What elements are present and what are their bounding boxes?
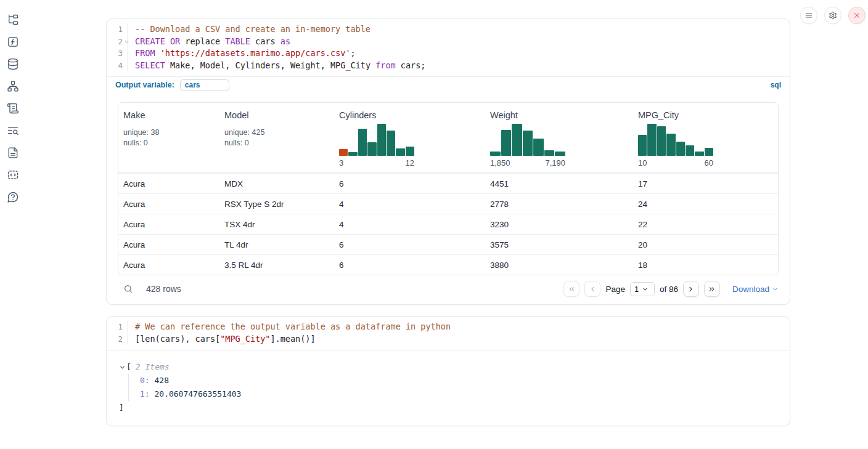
histogram-bar[interactable]	[555, 152, 565, 156]
sql-comment: -- Download a CSV and create an in-memor…	[135, 23, 371, 36]
hist-max-label: 7,190	[545, 158, 565, 168]
line-number: 1	[107, 23, 128, 36]
chevron-down-icon	[772, 286, 779, 293]
help-icon[interactable]	[7, 191, 19, 203]
database-icon[interactable]	[7, 58, 19, 70]
tree-entry: 0: 428	[140, 374, 779, 387]
chevron-down-icon	[642, 286, 649, 293]
code-line: 2[len(cars), cars["MPG_City"].mean()]	[107, 333, 790, 346]
column-stats: unique: 38 nulls: 0	[123, 127, 215, 148]
python-comment: # We can reference the output variable a…	[135, 321, 451, 333]
hist-min-label: 10	[638, 158, 647, 168]
histogram-bar[interactable]	[676, 142, 685, 156]
histogram-bar[interactable]	[512, 124, 522, 156]
topbar	[800, 7, 866, 24]
table-row[interactable]: Acura 3.5 RL 4dr 6 3880 18	[118, 254, 778, 275]
histogram-bar[interactable]	[501, 130, 512, 156]
histogram-bar[interactable]	[377, 124, 386, 156]
python-output-tree: [ 2 Items 0: 428 1: 20.060747663551403 ]	[107, 350, 790, 426]
hist-min-label: 3	[339, 158, 343, 168]
dependency-graph-icon[interactable]	[7, 80, 19, 92]
code-line: 1-- Download a CSV and create an in-memo…	[107, 23, 790, 36]
histogram-bar[interactable]	[647, 124, 656, 156]
language-badge[interactable]: sql	[771, 81, 781, 89]
menu-icon[interactable]	[800, 7, 817, 24]
histogram-bar[interactable]	[666, 134, 675, 156]
column-header-model[interactable]: Model unique: 425 nulls: 0	[219, 110, 334, 168]
tree-body: 0: 428 1: 20.060747663551403	[128, 374, 779, 401]
column-stats: unique: 425 nulls: 0	[224, 127, 329, 148]
sql-code-editor[interactable]: 1-- Download a CSV and create an in-memo…	[107, 19, 790, 76]
search-icon[interactable]	[123, 284, 133, 294]
previous-page-button[interactable]	[584, 281, 600, 297]
table-row[interactable]: Acura TSX 4dr 4 3230 22	[118, 214, 778, 234]
fold-chevron-icon[interactable]	[124, 39, 129, 45]
hist-max-label: 60	[705, 158, 713, 168]
table-header: Make unique: 38 nulls: 0 Model unique: 4…	[118, 103, 778, 173]
column-header-cylinders[interactable]: Cylinders 3 12	[334, 110, 485, 168]
sql-output: Make unique: 38 nulls: 0 Model unique: 4…	[107, 93, 790, 304]
close-icon[interactable]	[848, 7, 866, 24]
output-variable-input[interactable]	[180, 79, 229, 91]
column-header-weight[interactable]: Weight 1,850 7,190	[485, 110, 633, 168]
code-line: 3FROM 'https://datasets.marimo.app/cars.…	[107, 47, 790, 60]
python-code-editor[interactable]: 1# We can reference the output variable …	[107, 317, 790, 350]
histogram-bar[interactable]	[339, 149, 348, 156]
histogram-weight: 1,850 7,190	[490, 122, 565, 168]
data-table: Make unique: 38 nulls: 0 Model unique: 4…	[118, 102, 779, 275]
histogram-bar[interactable]	[490, 152, 501, 156]
gear-icon[interactable]	[824, 7, 841, 24]
histogram-bar[interactable]	[367, 142, 376, 156]
line-number: 4	[107, 60, 128, 72]
scroll-icon[interactable]	[7, 102, 19, 115]
sql-cell: 1-- Download a CSV and create an in-memo…	[106, 18, 790, 305]
histogram-bar[interactable]	[533, 139, 544, 156]
table-footer: 428 rows Page 1 of 86	[118, 281, 779, 297]
histogram-bar[interactable]	[523, 131, 533, 156]
row-count: 428 rows	[146, 284, 181, 294]
histogram-bar[interactable]	[705, 148, 713, 156]
histogram-bar[interactable]	[657, 126, 666, 156]
page-label: Page	[605, 285, 625, 294]
logs-search-icon[interactable]	[7, 124, 19, 137]
first-page-button[interactable]	[563, 281, 579, 297]
next-page-button[interactable]	[683, 281, 699, 297]
histogram-bar[interactable]	[638, 135, 647, 156]
output-variable-row: Output variable: sql	[107, 76, 790, 93]
histogram-bar[interactable]	[406, 147, 414, 156]
line-number: 1	[107, 321, 128, 333]
histogram-bar[interactable]	[396, 148, 404, 156]
column-header-make[interactable]: Make unique: 38 nulls: 0	[118, 110, 219, 168]
hist-min-label: 1,850	[490, 158, 510, 168]
output-variable-label: Output variable:	[115, 81, 174, 89]
hist-max-label: 12	[406, 158, 414, 168]
code-line: 4SELECT Make, Model, Cylinders, Weight, …	[107, 60, 790, 72]
histogram-bar[interactable]	[358, 129, 367, 156]
last-page-button[interactable]	[704, 281, 720, 297]
tree-entry: 1: 20.060747663551403	[140, 387, 779, 401]
histogram-bar[interactable]	[348, 152, 357, 156]
histogram-bar[interactable]	[544, 150, 555, 156]
python-cell: 1# We can reference the output variable …	[106, 316, 790, 426]
sidebar	[0, 0, 26, 203]
snippets-icon[interactable]	[7, 169, 19, 181]
histogram-bar[interactable]	[695, 152, 703, 156]
download-button[interactable]: Download	[732, 285, 779, 294]
table-row[interactable]: Acura RSX Type S 2dr 4 2778 24	[118, 193, 778, 214]
file-tree-icon[interactable]	[7, 14, 19, 26]
column-header-mpg-city[interactable]: MPG_City 10 60	[633, 110, 778, 168]
line-number: 2	[107, 36, 128, 48]
table-row[interactable]: Acura MDX 6 4451 17	[118, 173, 778, 193]
closing-bracket: ]	[119, 401, 779, 415]
page-select[interactable]: 1	[630, 282, 655, 296]
histogram-bar[interactable]	[686, 145, 694, 156]
table-row[interactable]: Acura TL 4dr 6 3575 20	[118, 234, 778, 254]
document-icon[interactable]	[7, 147, 19, 159]
collapse-chevron-icon[interactable]	[119, 364, 126, 371]
histogram-bar[interactable]	[387, 131, 395, 156]
line-number: 2	[107, 333, 128, 346]
tree-root: [ 2 Items	[119, 360, 779, 374]
line-number: 3	[107, 47, 128, 60]
function-icon[interactable]	[7, 36, 19, 48]
histogram-cylinders: 3 12	[339, 122, 414, 168]
